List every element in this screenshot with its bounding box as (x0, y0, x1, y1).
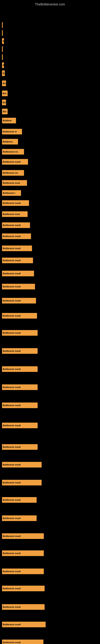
bar-row-16: Bottleneck res (2, 170, 98, 176)
bar-label-40: Bottleneck result (3, 535, 21, 537)
bar-row-25: Bottleneck result (2, 271, 98, 276)
bar-row-27: Bottleneck result (2, 298, 98, 304)
bar-label-17: Bottleneck resul (3, 182, 20, 184)
bar-label-8: Bot (3, 92, 6, 94)
bar-label-42: Bottleneck result (3, 570, 21, 572)
bar-label-23: Bottleneck result (3, 247, 21, 250)
bar-46: Bottleneck result (2, 640, 43, 644)
bar-33: Bottleneck result (2, 402, 38, 408)
bar-24: Bottleneck result (2, 258, 33, 263)
bar-label-41: Bottleneck result (3, 552, 21, 554)
bar-label-24: Bottleneck result (3, 259, 21, 262)
bar-label-15: Bottleneck result (3, 160, 21, 163)
bar-4: | (2, 54, 3, 60)
bar-16: Bottleneck res (2, 170, 24, 176)
bar-row-40: Bottleneck result (2, 533, 98, 539)
bar-31: Bottleneck result (2, 366, 38, 372)
bar-15: Bottleneck result (2, 159, 28, 164)
bar-label-26: Bottleneck result (3, 285, 21, 288)
bar-39: Bottleneck result (2, 516, 37, 521)
bar-label-10: Bot (3, 110, 6, 113)
bar-8: Bot (2, 90, 8, 96)
bar-row-3: | (2, 46, 98, 52)
bar-label-38: Bottleneck result (3, 499, 21, 501)
bar-3: | (2, 46, 3, 52)
bar-34: Bottleneck result (2, 422, 38, 428)
bar-22: Bottleneck result (2, 234, 31, 239)
site-title: TheBottlenecker.com (0, 1, 100, 8)
bar-row-5: B (2, 62, 98, 68)
bar-44: Bottleneck result (2, 604, 45, 610)
bar-label-16: Bottleneck res (3, 172, 18, 174)
bar-label-35: Bottleneck result (3, 446, 21, 448)
bar-row-46: Bottleneck result (2, 640, 98, 644)
bar-label-11: Bottlene (3, 119, 12, 122)
bar-row-43: Bottleneck result (2, 586, 98, 591)
bar-label-29: Bottleneck result (3, 332, 21, 334)
bar-row-39: Bottleneck result (2, 516, 98, 521)
bar-row-32: Bottleneck result (2, 384, 98, 390)
bar-row-4: | (2, 54, 98, 60)
bar-row-7: Bo (2, 80, 98, 86)
bar-label-28: Bottleneck result (3, 314, 21, 317)
bar-row-1: | (2, 30, 98, 36)
bar-row-15: Bottleneck result (2, 159, 98, 164)
bar-label-22: Bottleneck result (3, 235, 21, 238)
bar-label-12: Bottleneck re (3, 130, 17, 133)
bar-label-7: Bo (3, 82, 6, 84)
bar-row-11: Bottlene (2, 118, 98, 123)
bar-row-20: Bottleneck resul (2, 211, 98, 217)
bar-0: | (2, 22, 3, 28)
bar-row-45: Bottleneck result (2, 622, 98, 627)
bar-label-6: B (3, 72, 4, 74)
bar-label-5: B (3, 64, 4, 66)
bar-row-23: Bottleneck result (2, 246, 98, 251)
bar-40: Bottleneck result (2, 533, 44, 539)
bar-row-44: Bottleneck result (2, 604, 98, 610)
bar-row-36: Bottleneck result (2, 462, 98, 468)
bar-row-17: Bottleneck resul (2, 180, 98, 186)
bar-label-32: Bottleneck result (3, 386, 21, 388)
bar-label-46: Bottleneck result (3, 641, 21, 644)
bar-20: Bottleneck resul (2, 211, 28, 217)
bar-row-28: Bottleneck result (2, 313, 98, 318)
bar-label-19: Bottleneck result (3, 202, 21, 204)
bar-row-22: Bottleneck result (2, 234, 98, 239)
bar-14: Bottleneck res (2, 149, 24, 154)
bar-5: B (2, 62, 4, 68)
bar-label-2: B (3, 40, 4, 42)
bar-row-6: B (2, 70, 98, 76)
bar-label-18: Bottleneck r (3, 192, 16, 194)
bar-32: Bottleneck result (2, 384, 38, 390)
bar-row-38: Bottleneck result (2, 497, 98, 503)
bar-label-14: Bottleneck res (3, 150, 18, 153)
bar-21: Bottleneck result (2, 222, 30, 228)
bar-13: Bottlenec (2, 139, 18, 144)
bar-row-21: Bottleneck result (2, 222, 98, 228)
bar-25: Bottleneck result (2, 271, 34, 276)
bar-row-0: | (2, 22, 98, 28)
bar-row-31: Bottleneck result (2, 366, 98, 372)
bar-label-36: Bottleneck result (3, 464, 21, 466)
bar-38: Bottleneck result (2, 497, 37, 503)
bar-23: Bottleneck result (2, 246, 32, 251)
bar-label-9: Bo (3, 101, 6, 104)
bar-28: Bottleneck result (2, 313, 37, 318)
bar-29: Bottleneck result (2, 330, 38, 336)
bar-row-41: Bottleneck result (2, 550, 98, 556)
bar-label-39: Bottleneck result (3, 517, 21, 520)
bar-11: Bottlene (2, 118, 16, 123)
bar-label-27: Bottleneck result (3, 300, 21, 302)
bar-27: Bottleneck result (2, 298, 36, 304)
bar-row-13: Bottlenec (2, 139, 98, 144)
bar-17: Bottleneck resul (2, 180, 27, 186)
bar-label-21: Bottleneck result (3, 224, 21, 226)
bar-row-18: Bottleneck r (2, 190, 98, 196)
bar-label-34: Bottleneck result (3, 424, 21, 427)
bar-row-37: Bottleneck result (2, 480, 98, 486)
bar-1: | (2, 30, 3, 36)
bar-row-9: Bo (2, 100, 98, 105)
bar-row-24: Bottleneck result (2, 258, 98, 263)
bar-row-35: Bottleneck result (2, 444, 98, 450)
bar-row-19: Bottleneck result (2, 200, 98, 206)
